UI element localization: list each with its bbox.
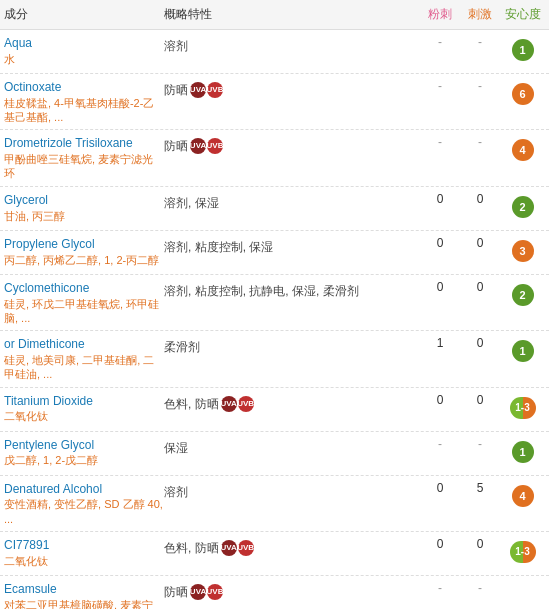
ingredient-name[interactable]: or Dimethicone <box>4 336 164 353</box>
irritant-cell: - <box>460 35 500 49</box>
ingredients-table: 成分 概略特性 粉刺 刺激 安心度 Aqua 水 溶剂 - - 1 Octino… <box>0 0 549 609</box>
irritant-cell: - <box>460 79 500 93</box>
powder-cell: 0 <box>420 280 460 294</box>
safety-cell: 1 <box>500 437 545 463</box>
irritant-cell: 0 <box>460 236 500 250</box>
irritant-cell: 0 <box>460 336 500 350</box>
ingredient-alias: 甲酚曲唑三硅氧烷, 麦素宁滤光环 <box>4 152 164 181</box>
table-row: Pentylene Glycol 戊二醇, 1, 2-戊二醇 保湿 - - 1 <box>0 432 549 476</box>
table-row: Propylene Glycol 丙二醇, 丙烯乙二醇, 1, 2-丙二醇 溶剂… <box>0 231 549 275</box>
ingredient-name-col: or Dimethicone 硅灵, 地美司康, 二甲基硅酮, 二甲硅油, ..… <box>4 336 164 381</box>
safety-cell <box>500 581 545 583</box>
table-row: Denatured Alcohol 变性酒精, 变性乙醇, SD 乙醇 40, … <box>0 476 549 532</box>
powder-cell: 0 <box>420 393 460 407</box>
features-cell: 防晒UVAUVB <box>164 79 420 99</box>
features-cell: 溶剂, 粘度控制, 保湿 <box>164 236 420 256</box>
ingredient-alias: 硅灵, 环戊二甲基硅氧烷, 环甲硅脑, ... <box>4 297 164 326</box>
features-cell: 溶剂 <box>164 35 420 55</box>
table-row: CI77891 二氧化钛 色料, 防晒UVAUVB 0 0 1-3 <box>0 532 549 576</box>
ingredient-alias: 丙二醇, 丙烯乙二醇, 1, 2-丙二醇 <box>4 253 164 267</box>
safety-cell: 1 <box>500 35 545 61</box>
ingredient-name[interactable]: Cyclomethicone <box>4 280 164 297</box>
ingredient-name-col: Titanium Dioxide 二氧化钛 <box>4 393 164 424</box>
powder-cell: 0 <box>420 236 460 250</box>
table-body: Aqua 水 溶剂 - - 1 Octinoxate 桂皮鞣盐, 4-甲氧基肉桂… <box>0 30 549 609</box>
powder-cell: 0 <box>420 481 460 495</box>
powder-cell: - <box>420 79 460 93</box>
irritant-cell: - <box>460 581 500 595</box>
table-row: Glycerol 甘油, 丙三醇 溶剂, 保湿 0 0 2 <box>0 187 549 231</box>
safety-cell: 1-3 <box>500 393 545 419</box>
irritant-cell: 0 <box>460 192 500 206</box>
header-irritant: 刺激 <box>460 6 500 23</box>
ingredient-alias: 二氧化钛 <box>4 554 164 568</box>
table-row: Ecamsule 对苯二亚甲基樟脑磺酸, 麦素宁滤光环 防晒UVAUVB - - <box>0 576 549 609</box>
powder-cell: 1 <box>420 336 460 350</box>
ingredient-name[interactable]: CI77891 <box>4 537 164 554</box>
table-header: 成分 概略特性 粉刺 刺激 安心度 <box>0 0 549 30</box>
ingredient-name-col: Denatured Alcohol 变性酒精, 变性乙醇, SD 乙醇 40, … <box>4 481 164 526</box>
ingredient-name[interactable]: Octinoxate <box>4 79 164 96</box>
ingredient-name[interactable]: Aqua <box>4 35 164 52</box>
ingredient-alias: 桂皮鞣盐, 4-甲氧基肉桂酸-2-乙基己基酯, ... <box>4 96 164 125</box>
header-safety: 安心度 <box>500 6 545 23</box>
ingredient-name[interactable]: Drometrizole Trisiloxane <box>4 135 164 152</box>
ingredient-name-col: Propylene Glycol 丙二醇, 丙烯乙二醇, 1, 2-丙二醇 <box>4 236 164 267</box>
powder-cell: 0 <box>420 192 460 206</box>
irritant-cell: - <box>460 437 500 451</box>
features-cell: 色料, 防晒UVAUVB <box>164 537 420 557</box>
safety-cell: 3 <box>500 236 545 262</box>
irritant-cell: 5 <box>460 481 500 495</box>
table-row: or Dimethicone 硅灵, 地美司康, 二甲基硅酮, 二甲硅油, ..… <box>0 331 549 387</box>
table-row: Cyclomethicone 硅灵, 环戊二甲基硅氧烷, 环甲硅脑, ... 溶… <box>0 275 549 331</box>
features-cell: 柔滑剂 <box>164 336 420 356</box>
powder-cell: - <box>420 581 460 595</box>
safety-cell: 2 <box>500 192 545 218</box>
safety-cell: 4 <box>500 481 545 507</box>
irritant-cell: 0 <box>460 537 500 551</box>
features-cell: 防晒UVAUVB <box>164 581 420 601</box>
powder-cell: - <box>420 135 460 149</box>
ingredient-alias: 甘油, 丙三醇 <box>4 209 164 223</box>
ingredient-name[interactable]: Pentylene Glycol <box>4 437 164 454</box>
ingredient-name[interactable]: Glycerol <box>4 192 164 209</box>
safety-cell: 1 <box>500 336 545 362</box>
features-cell: 防晒UVAUVB <box>164 135 420 155</box>
ingredient-alias: 戊二醇, 1, 2-戊二醇 <box>4 453 164 467</box>
ingredient-name-col: CI77891 二氧化钛 <box>4 537 164 568</box>
features-cell: 溶剂, 保湿 <box>164 192 420 212</box>
table-row: Aqua 水 溶剂 - - 1 <box>0 30 549 74</box>
irritant-cell: 0 <box>460 280 500 294</box>
header-powder: 粉刺 <box>420 6 460 23</box>
ingredient-name-col: Drometrizole Trisiloxane 甲酚曲唑三硅氧烷, 麦素宁滤光… <box>4 135 164 180</box>
safety-cell: 6 <box>500 79 545 105</box>
ingredient-name-col: Glycerol 甘油, 丙三醇 <box>4 192 164 223</box>
header-ingredient: 成分 <box>4 6 164 23</box>
table-row: Titanium Dioxide 二氧化钛 色料, 防晒UVAUVB 0 0 1… <box>0 388 549 432</box>
safety-cell: 4 <box>500 135 545 161</box>
ingredient-alias: 变性酒精, 变性乙醇, SD 乙醇 40, ... <box>4 497 164 526</box>
ingredient-alias: 硅灵, 地美司康, 二甲基硅酮, 二甲硅油, ... <box>4 353 164 382</box>
powder-cell: - <box>420 437 460 451</box>
powder-cell: - <box>420 35 460 49</box>
table-row: Octinoxate 桂皮鞣盐, 4-甲氧基肉桂酸-2-乙基己基酯, ... 防… <box>0 74 549 130</box>
table-row: Drometrizole Trisiloxane 甲酚曲唑三硅氧烷, 麦素宁滤光… <box>0 130 549 186</box>
safety-cell: 2 <box>500 280 545 306</box>
ingredient-name-col: Cyclomethicone 硅灵, 环戊二甲基硅氧烷, 环甲硅脑, ... <box>4 280 164 325</box>
ingredient-name-col: Aqua 水 <box>4 35 164 66</box>
features-cell: 溶剂 <box>164 481 420 501</box>
powder-cell: 0 <box>420 537 460 551</box>
ingredient-name[interactable]: Denatured Alcohol <box>4 481 164 498</box>
ingredient-name-col: Octinoxate 桂皮鞣盐, 4-甲氧基肉桂酸-2-乙基己基酯, ... <box>4 79 164 124</box>
ingredient-name-col: Pentylene Glycol 戊二醇, 1, 2-戊二醇 <box>4 437 164 468</box>
safety-cell: 1-3 <box>500 537 545 563</box>
features-cell: 保湿 <box>164 437 420 457</box>
features-cell: 色料, 防晒UVAUVB <box>164 393 420 413</box>
ingredient-name[interactable]: Titanium Dioxide <box>4 393 164 410</box>
ingredient-alias: 二氧化钛 <box>4 409 164 423</box>
ingredient-alias: 水 <box>4 52 164 66</box>
ingredient-name[interactable]: Ecamsule <box>4 581 164 598</box>
ingredient-name[interactable]: Propylene Glycol <box>4 236 164 253</box>
ingredient-name-col: Ecamsule 对苯二亚甲基樟脑磺酸, 麦素宁滤光环 <box>4 581 164 609</box>
features-cell: 溶剂, 粘度控制, 抗静电, 保湿, 柔滑剂 <box>164 280 420 300</box>
